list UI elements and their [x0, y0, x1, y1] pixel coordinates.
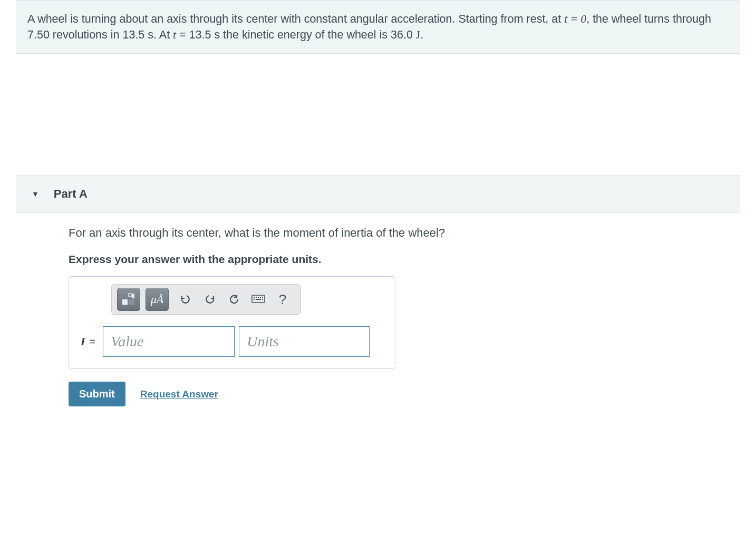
help-button[interactable]: ?	[271, 288, 294, 311]
svg-rect-1	[129, 294, 131, 296]
equation-toolbar: μÅ	[111, 284, 301, 315]
value-placeholder: Value	[111, 333, 143, 350]
variable-label: I	[81, 335, 85, 348]
svg-rect-7	[258, 297, 259, 298]
question-text: For an axis through its center, what is …	[69, 226, 740, 240]
keyboard-button[interactable]	[247, 288, 270, 311]
answer-row: I = Value Units	[69, 315, 395, 357]
problem-text-4: .	[420, 28, 423, 41]
problem-text-3: = 13.5 s the kinetic energy of the wheel…	[176, 28, 416, 41]
caret-down-icon: ▼	[32, 190, 39, 198]
svg-rect-2	[132, 294, 134, 298]
undo-button[interactable]	[174, 288, 197, 311]
part-label: Part A	[54, 187, 88, 201]
units-input[interactable]: Units	[239, 326, 370, 357]
svg-rect-12	[262, 299, 263, 300]
math-t0: t = 0	[564, 13, 586, 25]
part-a-header[interactable]: ▼ Part A	[16, 175, 740, 213]
request-answer-link[interactable]: Request Answer	[140, 388, 218, 400]
svg-rect-0	[122, 299, 128, 305]
template-button[interactable]	[117, 288, 140, 311]
svg-rect-3	[129, 299, 134, 305]
actions-row: Submit Request Answer	[16, 369, 740, 406]
value-input[interactable]: Value	[103, 326, 235, 357]
submit-button[interactable]: Submit	[69, 382, 125, 406]
instruction-text: Express your answer with the appropriate…	[69, 253, 740, 266]
svg-rect-9	[262, 297, 263, 298]
units-placeholder: Units	[247, 333, 279, 350]
unit-j: J	[416, 28, 420, 41]
equals-sign: =	[90, 336, 96, 348]
reset-button[interactable]	[222, 288, 246, 311]
special-chars-button[interactable]: μÅ	[146, 288, 169, 311]
problem-text-1: A wheel is turning about an axis through…	[27, 13, 564, 25]
svg-rect-11	[256, 299, 261, 300]
problem-statement: A wheel is turning about an axis through…	[16, 0, 740, 54]
part-a-body: For an axis through its center, what is …	[16, 213, 740, 369]
redo-button[interactable]	[198, 288, 221, 311]
svg-rect-10	[254, 299, 255, 300]
answer-widget: μÅ	[69, 276, 395, 369]
svg-rect-8	[260, 297, 261, 298]
svg-rect-6	[256, 297, 257, 298]
svg-rect-5	[254, 297, 255, 298]
